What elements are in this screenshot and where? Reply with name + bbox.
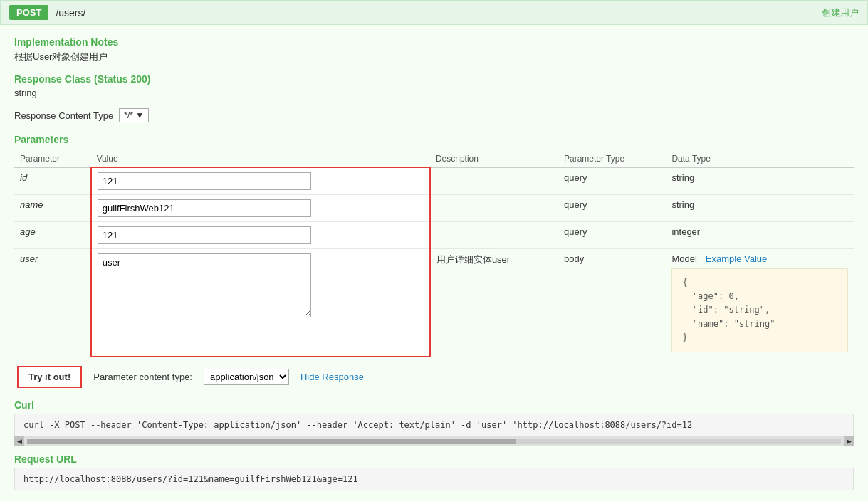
param-name-age: age: [14, 222, 91, 249]
param-desc-user: 用户详细实体user: [430, 249, 558, 357]
param-datatype-age: integer: [666, 222, 854, 249]
col-parameter: Parameter: [14, 151, 91, 167]
input-age[interactable]: [98, 226, 311, 244]
request-url-title: Request URL: [14, 453, 854, 465]
input-user[interactable]: user: [98, 253, 311, 317]
scrollbar-thumb: [27, 439, 516, 444]
page-wrapper: POST /users/ 创建用户 Implementation Notes 根…: [0, 0, 868, 504]
param-value-name: [91, 195, 430, 222]
example-value-box: { "age": 0, "id": "string", "name": "str…: [671, 268, 848, 352]
param-name-id: id: [14, 167, 91, 195]
response-class-section: Response Class (Status 200) string: [14, 73, 854, 98]
implementation-notes-title: Implementation Notes: [14, 36, 854, 48]
scrollbar-track[interactable]: [27, 439, 841, 444]
param-desc-age: [430, 222, 558, 249]
endpoint-header: POST /users/ 创建用户: [0, 0, 868, 25]
param-value-age: [91, 222, 430, 249]
param-datatype-id: string: [666, 167, 854, 195]
scroll-right-arrow[interactable]: ▶: [844, 436, 854, 446]
hide-response-link[interactable]: Hide Response: [300, 372, 364, 382]
response-content-type-value[interactable]: */* ▼: [119, 108, 149, 122]
parameters-section: Parameters Parameter Value Description P…: [14, 134, 854, 357]
method-badge: POST: [9, 5, 48, 20]
model-tab[interactable]: Model: [671, 253, 696, 264]
table-row: idquerystring: [14, 167, 854, 195]
curl-section: Curl curl -X POST --header 'Content-Type…: [14, 399, 854, 446]
content-type-label: Parameter content type:: [93, 372, 192, 382]
col-description: Description: [430, 151, 558, 167]
endpoint-title: 创建用户: [822, 6, 859, 19]
param-value-user: user: [91, 249, 430, 357]
param-name-name: name: [14, 195, 91, 222]
col-parameter-type: Parameter Type: [558, 151, 666, 167]
input-name[interactable]: [98, 199, 311, 217]
col-data-type: Data Type: [666, 151, 854, 167]
table-row: namequerystring: [14, 195, 854, 222]
parameters-title: Parameters: [14, 134, 854, 145]
response-content-type-row: Response Content Type */* ▼: [14, 108, 854, 122]
try-it-out-button[interactable]: Try it out!: [17, 366, 82, 388]
endpoint-path: /users/: [56, 7, 85, 19]
example-value-tab[interactable]: Example Value: [706, 253, 767, 264]
param-value-id: [91, 167, 430, 195]
request-url-section: Request URL http://localhost:8088/users/…: [14, 453, 854, 490]
param-type-name: query: [558, 195, 666, 222]
input-id[interactable]: [98, 172, 311, 190]
response-class-title: Response Class (Status 200): [14, 73, 854, 85]
parameters-table: Parameter Value Description Parameter Ty…: [14, 151, 854, 357]
content-type-select[interactable]: application/json: [204, 369, 289, 385]
implementation-notes-text: 根据User对象创建用户: [14, 51, 854, 63]
response-content-type-label: Response Content Type: [14, 110, 113, 121]
param-datatype-name: string: [666, 195, 854, 222]
col-value: Value: [91, 151, 430, 167]
bottom-controls: Try it out! Parameter content type: appl…: [14, 366, 854, 388]
param-type-age: query: [558, 222, 666, 249]
table-header-row: Parameter Value Description Parameter Ty…: [14, 151, 854, 167]
table-row: useruser用户详细实体userbody Model Example Val…: [14, 249, 854, 357]
param-type-user: body: [558, 249, 666, 357]
content-area: Implementation Notes 根据User对象创建用户 Respon…: [0, 25, 868, 502]
scroll-left-arrow[interactable]: ◀: [14, 436, 24, 446]
curl-scrollbar[interactable]: ◀ ▶: [14, 436, 854, 446]
response-class-text: string: [14, 88, 854, 98]
table-row: agequeryinteger: [14, 222, 854, 249]
curl-command: curl -X POST --header 'Content-Type: app…: [14, 414, 854, 436]
curl-title: Curl: [14, 399, 854, 411]
implementation-notes-section: Implementation Notes 根据User对象创建用户: [14, 36, 854, 63]
param-datatype-user: Model Example Value { "age": 0, "id": "s…: [666, 249, 854, 357]
param-desc-id: [430, 167, 558, 195]
param-desc-name: [430, 195, 558, 222]
request-url-value: http://localhost:8088/users/?id=121&name…: [14, 468, 854, 490]
param-type-id: query: [558, 167, 666, 195]
param-name-user: user: [14, 249, 91, 357]
